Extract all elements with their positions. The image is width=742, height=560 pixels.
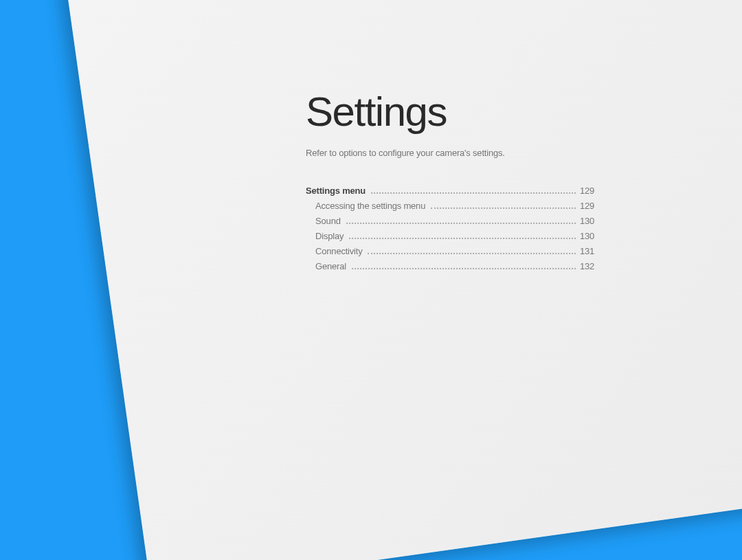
toc-item-row: Display 130 xyxy=(306,231,594,241)
toc-leader xyxy=(371,192,576,194)
toc-item-label: General xyxy=(306,261,346,271)
toc-section-page: 129 xyxy=(578,186,594,196)
toc-leader xyxy=(352,268,576,269)
toc-leader xyxy=(431,208,576,209)
toc-section-row: Settings menu 129 xyxy=(306,186,594,196)
page-subtitle: Refer to options to configure your camer… xyxy=(306,148,594,158)
toc-item-row: Connectivity 131 xyxy=(306,246,594,256)
toc-item-page: 129 xyxy=(578,201,594,211)
toc-leader xyxy=(368,253,576,254)
document-page: Settings Refer to options to configure y… xyxy=(65,0,742,560)
toc-item-label: Accessing the settings menu xyxy=(306,201,425,211)
toc-item-label: Sound xyxy=(306,216,341,226)
page-content: Settings Refer to options to configure y… xyxy=(3,9,742,560)
toc-section-label: Settings menu xyxy=(306,186,366,196)
toc-item-row: Sound 130 xyxy=(306,216,594,226)
content-block: Settings Refer to options to configure y… xyxy=(306,88,594,276)
toc-item-row: General 132 xyxy=(306,261,594,271)
page-title: Settings xyxy=(306,88,594,135)
toc-item-page: 131 xyxy=(578,246,594,256)
toc-item-page: 130 xyxy=(578,216,594,226)
toc-item-label: Display xyxy=(306,231,344,241)
toc-item-page: 132 xyxy=(578,261,594,271)
toc-leader xyxy=(349,238,576,239)
toc-item-label: Connectivity xyxy=(306,246,362,256)
toc-leader xyxy=(346,223,576,224)
toc-item-row: Accessing the settings menu 129 xyxy=(306,201,594,211)
toc-item-page: 130 xyxy=(578,231,594,241)
